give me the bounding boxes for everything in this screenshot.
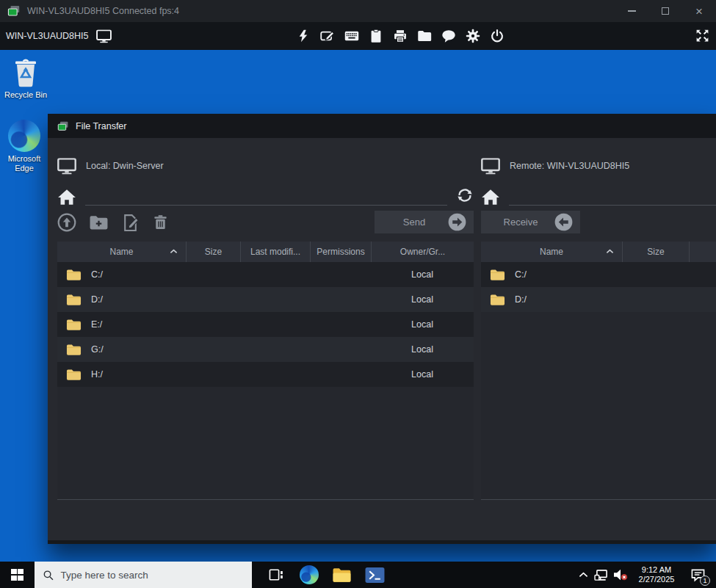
local-path-row bbox=[57, 182, 474, 206]
power-icon[interactable] bbox=[490, 29, 505, 43]
folder-icon bbox=[66, 294, 82, 306]
tray-volume[interactable] bbox=[611, 562, 629, 588]
table-row[interactable]: C:/ Local bbox=[57, 262, 474, 287]
table-row[interactable]: D:/ bbox=[481, 287, 716, 312]
remote-file-table[interactable]: Name Size Last C:/ D:/ bbox=[481, 242, 716, 500]
clipboard-icon[interactable] bbox=[369, 29, 383, 43]
table-row[interactable]: H:/ Local bbox=[57, 362, 474, 387]
folder-icon bbox=[490, 294, 505, 306]
fullscreen-icon[interactable] bbox=[695, 28, 710, 43]
edit-icon[interactable] bbox=[320, 29, 335, 43]
table-row[interactable]: D:/ Local bbox=[57, 287, 474, 312]
tray-chevron-up[interactable] bbox=[574, 562, 593, 588]
file-transfer-title: File Transfer bbox=[76, 121, 126, 131]
bolt-icon[interactable] bbox=[296, 29, 311, 43]
windows-taskbar: 9:12 AM 2/27/2025 1 bbox=[0, 562, 716, 588]
arrow-right-circle-icon bbox=[447, 212, 467, 232]
folder-icon bbox=[66, 319, 82, 331]
local-path-input[interactable] bbox=[85, 186, 447, 206]
remote-host-label: Remote: WIN-VL3UAUD8HI5 bbox=[510, 161, 629, 171]
taskbar-search[interactable] bbox=[35, 562, 252, 588]
edge-icon bbox=[8, 120, 40, 152]
window-title: WIN-VL3UAUD8HI5 Connected fps:4 bbox=[27, 6, 179, 16]
chat-icon[interactable] bbox=[441, 29, 456, 43]
folder-icon bbox=[66, 269, 82, 281]
windows-logo-icon bbox=[11, 569, 23, 581]
home-icon[interactable] bbox=[57, 188, 76, 206]
table-row[interactable]: G:/ Local bbox=[57, 337, 474, 362]
column-header-size[interactable]: Size bbox=[186, 242, 240, 262]
send-button-label: Send bbox=[381, 217, 447, 228]
column-header-size[interactable]: Size bbox=[622, 242, 689, 262]
table-row[interactable]: C:/ bbox=[481, 262, 716, 287]
task-view-icon bbox=[269, 568, 283, 581]
column-header-modified[interactable]: Last bbox=[689, 242, 716, 262]
search-input[interactable] bbox=[60, 570, 244, 581]
notification-badge: 1 bbox=[700, 576, 710, 586]
sort-ascending-icon bbox=[170, 249, 178, 254]
file-transfer-titlebar[interactable]: File Transfer bbox=[48, 114, 716, 138]
folder-icon bbox=[66, 369, 82, 381]
column-header-owner[interactable]: Owner/Gr... bbox=[371, 242, 474, 262]
start-button[interactable] bbox=[0, 562, 35, 588]
network-icon bbox=[594, 569, 610, 581]
tray-network[interactable] bbox=[593, 562, 611, 588]
upload-icon[interactable] bbox=[57, 213, 76, 232]
home-icon[interactable] bbox=[481, 188, 500, 206]
desktop-icon-microsoft-edge[interactable]: Microsoft Edge bbox=[3, 120, 46, 173]
volume-muted-icon bbox=[612, 568, 629, 581]
keyboard-icon[interactable] bbox=[344, 29, 359, 43]
monitor-icon[interactable] bbox=[96, 29, 112, 43]
send-button[interactable]: Send bbox=[375, 211, 474, 233]
toolbar-icon-group bbox=[296, 22, 505, 50]
refresh-icon[interactable] bbox=[456, 186, 474, 204]
local-table-header: Name Size Last modifi... Permissions Own… bbox=[57, 242, 474, 262]
printer-icon[interactable] bbox=[393, 29, 408, 43]
powershell-icon bbox=[365, 567, 385, 584]
local-host-row: Local: Dwin-Server bbox=[57, 153, 164, 179]
remote-host-row: Remote: WIN-VL3UAUD8HI5 bbox=[481, 153, 629, 179]
folder-icon bbox=[66, 344, 82, 356]
task-view-button[interactable] bbox=[259, 562, 292, 588]
clock-time: 9:12 AM bbox=[632, 565, 681, 575]
local-actions-row: Send bbox=[57, 211, 474, 234]
column-header-permissions[interactable]: Permissions bbox=[310, 242, 371, 262]
taskbar-clock[interactable]: 9:12 AM 2/27/2025 bbox=[632, 565, 681, 584]
taskbar-edge-button[interactable] bbox=[292, 562, 325, 588]
remote-path-input[interactable] bbox=[509, 186, 716, 206]
column-header-modified[interactable]: Last modifi... bbox=[240, 242, 310, 262]
system-tray: 9:12 AM 2/27/2025 1 bbox=[574, 562, 716, 588]
taskbar-powershell-button[interactable] bbox=[358, 562, 391, 588]
recycle-bin-icon bbox=[12, 56, 40, 88]
remote-app-logo-icon bbox=[7, 4, 21, 18]
file-transfer-window: File Transfer Local: Dwin-Server Send bbox=[48, 114, 716, 544]
minimize-button[interactable] bbox=[615, 0, 648, 22]
remote-app-titlebar: WIN-VL3UAUD8HI5 Connected fps:4 × bbox=[0, 0, 716, 22]
rename-icon[interactable] bbox=[121, 214, 140, 232]
gear-icon[interactable] bbox=[466, 29, 480, 43]
desktop-icon-recycle-bin[interactable]: Recycle Bin bbox=[3, 56, 48, 100]
action-center-button[interactable]: 1 bbox=[684, 562, 712, 588]
local-host-label: Local: Dwin-Server bbox=[86, 161, 164, 171]
close-button[interactable]: × bbox=[682, 0, 716, 22]
maximize-button[interactable] bbox=[648, 0, 682, 22]
remote-panel: Remote: WIN-VL3UAUD8HI5 Receive Name Siz… bbox=[481, 138, 716, 540]
edge-icon bbox=[300, 565, 319, 584]
file-transfer-logo-icon bbox=[57, 120, 69, 132]
column-header-name[interactable]: Name bbox=[57, 242, 186, 262]
column-header-name[interactable]: Name bbox=[481, 242, 622, 262]
delete-icon[interactable] bbox=[152, 214, 169, 231]
desktop-icon-label: Recycle Bin bbox=[4, 90, 47, 100]
remote-table-header: Name Size Last bbox=[481, 242, 716, 262]
file-explorer-icon bbox=[332, 567, 352, 584]
local-panel: Local: Dwin-Server Send Name bbox=[57, 138, 474, 540]
local-file-table[interactable]: Name Size Last modifi... Permissions Own… bbox=[57, 242, 474, 500]
remote-path-row bbox=[481, 182, 716, 206]
clock-date: 2/27/2025 bbox=[632, 575, 681, 584]
table-row[interactable]: E:/ Local bbox=[57, 312, 474, 337]
monitor-icon bbox=[481, 158, 500, 175]
new-folder-icon[interactable] bbox=[89, 214, 109, 231]
taskbar-file-explorer-button[interactable] bbox=[325, 562, 358, 588]
receive-button[interactable]: Receive bbox=[481, 211, 580, 233]
folder-icon[interactable] bbox=[417, 29, 432, 43]
